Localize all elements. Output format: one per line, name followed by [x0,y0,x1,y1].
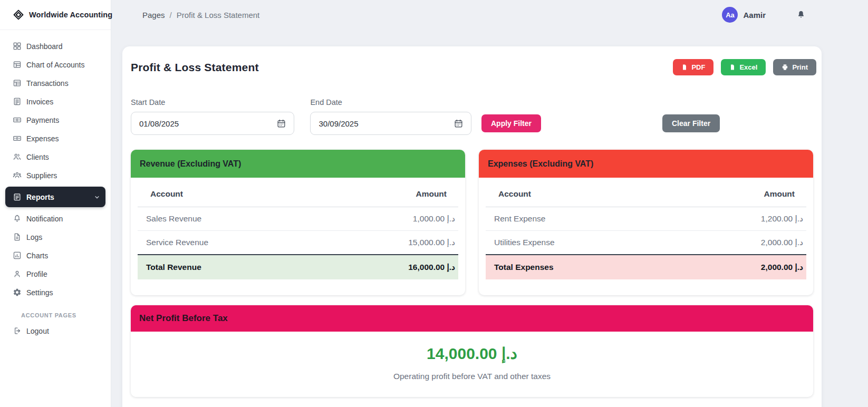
sidebar-item-label: Charts [26,251,48,260]
excel-button-label: Excel [739,63,757,71]
account-cell: Service Revenue [138,231,319,255]
app-root: Worldwide Accounting Dashboard Chart of … [0,0,868,407]
sidebar-item-label: Logout [26,327,49,335]
sidebar-item-logs[interactable]: Logs [5,228,105,246]
panel-head: Profit & Loss Statement PDF Excel Print [122,46,822,75]
table-icon [13,79,22,88]
revenue-card: Revenue (Excluding VAT) Account Amount S… [131,150,465,295]
sidebar-item-label: Chart of Accounts [26,61,85,69]
account-cell: Utilities Expense [486,231,671,255]
sidebar-item-payments[interactable]: Payments [5,111,105,129]
sidebar-item-label: Settings [26,288,53,297]
sidebar-item-label: Suppliers [26,171,57,180]
column-header-account: Account [486,181,671,207]
users-icon [13,152,22,161]
end-date-input[interactable]: 30/09/2025 [310,112,471,135]
sidebar-item-label: Invoices [26,98,53,106]
total-amount-cell: 16,000.00 د.إ [319,255,458,279]
user-menu-button[interactable]: Aa Aamir [722,7,766,23]
sidebar-item-charts[interactable]: Charts [5,246,105,265]
revenue-table: Account Amount Sales Revenue 1,000.00 د.… [138,181,458,279]
expenses-table: Account Amount Rent Expense 1,200.00 د.إ… [486,181,806,279]
expenses-card-body: Account Amount Rent Expense 1,200.00 د.إ… [479,178,813,295]
table-row: Utilities Expense 2,000.00 د.إ [486,231,806,255]
dashboard-icon [13,42,22,51]
bell-icon[interactable] [796,10,806,20]
sidebar: Worldwide Accounting Dashboard Chart of … [0,0,111,407]
person-icon [13,269,22,278]
table-row: Service Revenue 15,000.00 د.إ [138,231,458,255]
net-profit-caption: Operating profit before VAT and other ta… [131,372,813,381]
start-date-input[interactable]: 01/08/2025 [131,112,294,135]
calendar-icon[interactable] [454,119,464,129]
sidebar-item-settings[interactable]: Settings [5,283,105,302]
table-icon [13,60,22,69]
table-row: Rent Expense 1,200.00 د.إ [486,207,806,231]
bell-outline-icon [13,214,22,223]
pdf-button[interactable]: PDF [673,59,713,75]
banknote-icon [13,134,22,143]
sidebar-item-label: Reports [26,193,54,201]
sidebar-item-clients[interactable]: Clients [5,148,105,166]
column-header-amount: Amount [319,181,458,207]
sidebar-item-label: Clients [26,153,49,161]
amount-cell: 2,000.00 د.إ [671,231,806,255]
sidebar-item-chart-of-accounts[interactable]: Chart of Accounts [5,55,105,74]
sidebar-item-label: Profile [26,270,47,278]
sidebar-item-notification[interactable]: Notification [5,209,105,228]
brand-name: Worldwide Accounting [29,11,112,19]
clear-filter-button[interactable]: Clear Filter [662,114,720,132]
sidebar-item-transactions[interactable]: Transactions [5,74,105,92]
chevron-down-icon [93,193,101,201]
end-date-label: End Date [310,98,471,108]
sidebar-item-reports[interactable]: Reports [5,187,105,207]
breadcrumb-current: Profit & Loss Statement [177,11,260,20]
total-row: Total Expenses 2,000.00 د.إ [486,255,806,279]
sidebar-nav: Dashboard Chart of Accounts Transactions… [0,30,111,340]
net-profit-value: 14,000.00 د.إ [131,344,813,363]
filter-bar: Start Date 01/08/2025 End Date 30/09/202… [122,98,822,135]
gear-icon [13,288,22,297]
sidebar-item-invoices[interactable]: Invoices [5,92,105,111]
pdf-button-label: PDF [691,63,705,71]
bar-chart-icon [13,251,22,260]
column-header-account: Account [138,181,319,207]
amount-cell: 1,000.00 د.إ [319,207,458,231]
sidebar-section-label: ACCOUNT PAGES [21,312,105,318]
users-group-icon [13,171,22,180]
excel-button[interactable]: Excel [721,59,766,75]
sidebar-item-suppliers[interactable]: Suppliers [5,166,105,185]
topbar-right: Aa Aamir [722,7,806,23]
sidebar-item-label: Transactions [26,79,69,88]
apply-filter-button[interactable]: Apply Filter [481,114,541,132]
amount-cell: 1,200.00 د.إ [671,207,806,231]
sidebar-item-expenses[interactable]: Expenses [5,129,105,148]
document-lines-icon [13,97,22,106]
file-excel-icon [729,64,736,71]
calendar-icon[interactable] [276,119,286,129]
main-panel: Profit & Loss Statement PDF Excel Print … [122,46,822,407]
brand[interactable]: Worldwide Accounting [0,0,111,30]
breadcrumb-pages-link[interactable]: Pages [142,11,165,20]
revenue-card-header: Revenue (Excluding VAT) [131,150,465,178]
sidebar-item-profile[interactable]: Profile [5,265,105,283]
net-profit-header: Net Profit Before Tax [131,305,813,332]
breadcrumb: Pages / Profit & Loss Statement [142,11,259,20]
logout-icon [13,326,22,335]
file-pdf-icon [681,64,688,71]
export-toolbar: PDF Excel Print [673,59,816,75]
sidebar-item-dashboard[interactable]: Dashboard [5,37,105,55]
start-date-label: Start Date [131,98,294,108]
printer-icon [782,64,788,71]
start-date-value: 01/08/2025 [139,119,179,128]
report-icon [13,192,22,201]
net-profit-body: 14,000.00 د.إ Operating profit before VA… [131,332,813,397]
sidebar-item-logout[interactable]: Logout [5,322,105,340]
total-label-cell: Total Expenses [486,255,671,279]
total-label-cell: Total Revenue [138,255,319,279]
banknote-icon [13,115,22,124]
print-button[interactable]: Print [773,59,816,75]
table-row: Sales Revenue 1,000.00 د.إ [138,207,458,231]
revenue-card-body: Account Amount Sales Revenue 1,000.00 د.… [131,178,465,295]
account-cell: Sales Revenue [138,207,319,231]
